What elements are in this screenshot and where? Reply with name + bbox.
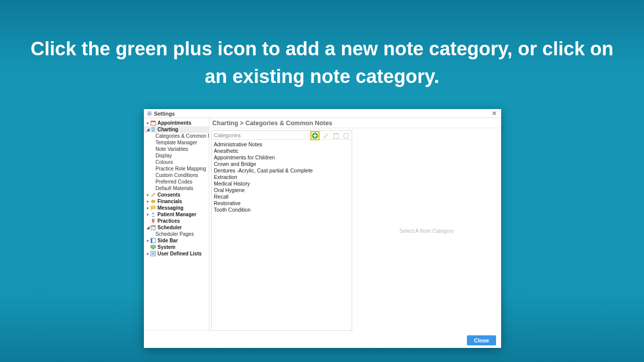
sidebar-item[interactable]: System [144, 244, 209, 250]
category-row[interactable]: Medical History [214, 180, 350, 187]
detail-placeholder: Select A Note Category [399, 228, 454, 234]
svg-line-7 [151, 112, 151, 112]
sidebar-item[interactable]: ▸Appointments [144, 120, 209, 126]
system-icon [150, 244, 156, 250]
tree-expander-icon[interactable]: ◢ [146, 225, 150, 230]
sidebar-item[interactable]: ▸Side Bar [144, 237, 209, 244]
category-row[interactable]: Recall [214, 193, 350, 200]
sidebar-item-label: Note Variables [155, 146, 188, 152]
sidebar-item-label: Default Materials [155, 186, 193, 191]
plus-icon [312, 133, 318, 139]
window-close-icon[interactable]: ✕ [492, 110, 497, 117]
sidebar-subitem[interactable]: Template Manager [144, 139, 209, 146]
category-row[interactable]: Tooth Condition [214, 206, 350, 213]
sidebar-subitem[interactable]: Default Materials [144, 185, 209, 192]
titlebar: Settings ✕ [144, 109, 501, 118]
sidebar-item-label: Practice Role Mapping [155, 166, 206, 171]
category-row[interactable]: Crown and Bridge [214, 160, 350, 167]
sidebar-item-label: Custom Conditions [155, 172, 198, 178]
sidebar-item-label: Practices [157, 218, 180, 224]
main-panel: Charting > Categories & Common Notes Cat… [209, 118, 501, 333]
tree-expander-icon[interactable]: ◢ [146, 127, 150, 132]
sidebar-subitem[interactable]: Display [144, 152, 209, 159]
calendar-icon [150, 120, 156, 126]
settings-window: Settings ✕ ▸Appointments◢ChartingCategor… [144, 109, 501, 348]
add-category-highlight [310, 131, 319, 140]
tree-expander-icon[interactable]: ▸ [146, 206, 150, 210]
svg-rect-10 [151, 121, 155, 122]
category-row[interactable]: Restorative [214, 200, 350, 206]
sidebar-item-label: Messaging [157, 205, 184, 211]
sidebar-item-label: Display [155, 153, 172, 158]
sidebar-tree: ▸Appointments◢ChartingCategories & Commo… [144, 120, 209, 330]
category-row[interactable]: Administrative Notes [214, 141, 350, 147]
svg-rect-19 [151, 245, 155, 248]
sidebar-item-label: Scheduler Pages [155, 231, 194, 237]
pin-icon [150, 218, 156, 224]
pencil-icon [150, 192, 156, 198]
categories-panel: Categories [211, 130, 352, 331]
category-row[interactable]: Oral Hygiene [214, 187, 350, 193]
sidebar-item[interactable]: Practices [144, 218, 209, 224]
sidebar-item-label: Preferred Codes [155, 179, 192, 185]
window-body: ▸Appointments◢ChartingCategories & Commo… [144, 118, 501, 333]
svg-point-13 [152, 213, 154, 215]
category-row[interactable]: Appointments for Children [214, 154, 350, 160]
sidebar-item[interactable]: ◢Charting [144, 126, 209, 133]
sidebar-divider [144, 330, 209, 331]
sidebar-subitem[interactable]: Preferred Codes [144, 178, 209, 185]
category-row[interactable]: Dentures -Acrylic, Cast partial & Comple… [214, 167, 350, 173]
categories-header-label: Categories [214, 132, 240, 138]
sidebar-item-label: Appointments [157, 120, 191, 126]
close-button[interactable]: Close [467, 335, 496, 345]
trash-icon [334, 133, 339, 139]
svg-rect-18 [151, 238, 152, 243]
sidebar-item-label: Scheduler [157, 225, 182, 230]
chat-icon [150, 205, 156, 211]
window-title: Settings [154, 111, 175, 117]
sidebar-subitem[interactable]: Scheduler Pages [144, 231, 209, 237]
svg-point-0 [148, 113, 150, 115]
sidebar-subitem[interactable]: Colours [144, 159, 209, 165]
sidebar-subitem[interactable]: Custom Conditions [144, 172, 209, 178]
svg-line-5 [147, 112, 148, 112]
coins-icon [150, 199, 156, 204]
sidebar-item-label: System [157, 244, 176, 250]
sidebar-subitem[interactable]: Practice Role Mapping [144, 165, 209, 172]
gear-icon [147, 111, 152, 116]
patient-icon [150, 212, 156, 217]
sidebar-item-label: Side Bar [157, 238, 178, 243]
sidebar-item[interactable]: ◢Scheduler [144, 224, 209, 231]
tree-expander-icon[interactable]: ▸ [146, 251, 150, 256]
sidebar-subitem[interactable]: Categories & Common Notes [144, 133, 209, 139]
window-footer: Close [144, 333, 501, 348]
sidebar-item[interactable]: ▸Consents [144, 192, 209, 198]
svg-line-6 [151, 115, 151, 115]
tree-expander-icon[interactable]: ▸ [146, 121, 150, 125]
instruction-text: Click the green plus icon to add a new n… [0, 35, 644, 90]
delete-category-button[interactable] [333, 132, 340, 139]
tree-expander-icon[interactable]: ▸ [146, 193, 150, 197]
list-icon [150, 251, 156, 256]
tree-expander-icon[interactable]: ▸ [146, 238, 150, 243]
sidebar-item[interactable]: ▸Messaging [144, 205, 209, 211]
tree-expander-icon[interactable]: ▸ [146, 199, 150, 204]
tree-expander-icon[interactable]: ▸ [146, 212, 150, 217]
breadcrumb: Charting > Categories & Common Notes [209, 118, 501, 128]
svg-rect-20 [152, 248, 154, 249]
sidebar-item[interactable]: ▸Patient Manager [144, 211, 209, 218]
sidebar-item[interactable]: ▸User Defined Lists [144, 250, 209, 257]
copy-category-button[interactable] [343, 132, 350, 139]
svg-point-14 [152, 219, 153, 220]
svg-point-12 [151, 201, 155, 203]
sidebar-subitem[interactable]: Note Variables [144, 146, 209, 152]
svg-line-8 [147, 115, 148, 115]
edit-category-button[interactable] [323, 132, 330, 139]
detail-panel: Select A Note Category [354, 130, 499, 331]
sidebar-item[interactable]: ▸Financials [144, 198, 209, 205]
category-row[interactable]: Anesthetic [214, 147, 350, 154]
add-category-button[interactable] [311, 132, 318, 139]
sidebar-item-label: Financials [157, 199, 182, 204]
schedule-icon [150, 225, 156, 230]
category-row[interactable]: Extraction [214, 173, 350, 180]
